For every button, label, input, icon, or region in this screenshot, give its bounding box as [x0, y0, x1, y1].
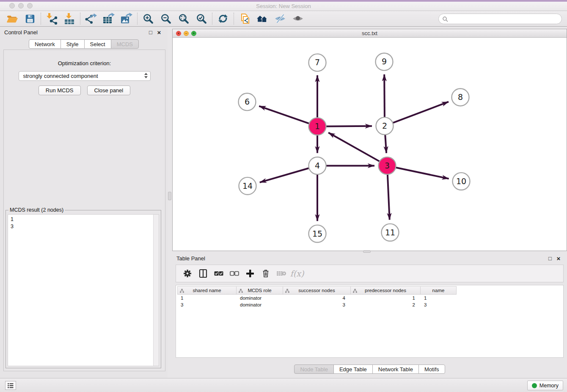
graph-edge-3-1[interactable]	[328, 133, 380, 161]
close-table-panel-icon[interactable]: ×	[554, 255, 563, 262]
delete-table-button[interactable]	[275, 267, 288, 280]
cell-successor-nodes[interactable]: 4	[283, 295, 351, 301]
mcds-result-textarea[interactable]: 1 3	[8, 214, 159, 366]
cell-shared-name[interactable]: 3	[177, 302, 237, 307]
export-table-button[interactable]	[100, 12, 118, 25]
tab-network[interactable]: Network	[29, 39, 61, 49]
graph-edge-1-6[interactable]	[259, 106, 309, 124]
vertical-splitter-handle[interactable]	[168, 192, 171, 200]
show-all-button[interactable]	[289, 12, 307, 25]
search-input[interactable]	[450, 16, 561, 22]
cell-shared-name[interactable]: 1	[177, 295, 237, 301]
graph-node-7[interactable]: 7	[309, 54, 326, 71]
float-table-panel-icon[interactable]: □	[546, 255, 554, 262]
add-column-button[interactable]	[244, 267, 256, 280]
graph-node-3[interactable]: 3	[379, 157, 396, 174]
cell-predecessor-nodes[interactable]: 1	[351, 295, 421, 301]
graph-edge-2-8[interactable]	[393, 102, 449, 123]
toggle-columns-button[interactable]	[197, 267, 209, 280]
deselect-all-rows-button[interactable]	[228, 267, 241, 280]
delete-column-button[interactable]	[259, 267, 272, 280]
network-window-titlebar[interactable]: × − + scc.txt	[173, 29, 567, 38]
first-neighbors-button[interactable]	[253, 12, 271, 25]
close-window-button[interactable]	[9, 3, 15, 8]
zoom-window-button[interactable]	[27, 3, 33, 8]
graph-node-1[interactable]: 1	[309, 118, 326, 135]
memory-button[interactable]: Memory	[527, 381, 563, 390]
import-table-button[interactable]	[61, 12, 78, 25]
tab-node-table[interactable]: Node Table	[294, 364, 334, 374]
tab-edge-table[interactable]: Edge Table	[333, 364, 373, 374]
graph-edge-4-14[interactable]	[260, 168, 309, 182]
cell-mcds-role[interactable]: dominator	[237, 295, 283, 301]
apply-function-button[interactable]: f(x)	[291, 267, 303, 280]
network-maximize-button[interactable]: +	[191, 31, 196, 36]
save-session-button[interactable]	[21, 12, 39, 25]
graph-edge-2-9[interactable]	[384, 75, 385, 117]
mcds-result-scrollbar[interactable]	[153, 215, 159, 366]
status-bar: Memory	[0, 378, 567, 392]
sort-column-icon	[353, 289, 357, 293]
column-header-mcds-role[interactable]: MCDS role	[237, 286, 283, 295]
graph-edge-3-10[interactable]	[396, 168, 449, 179]
network-minimize-button[interactable]: −	[184, 31, 189, 36]
cell-successor-nodes[interactable]: 3	[283, 302, 351, 307]
cell-name[interactable]: 1	[421, 295, 457, 301]
graph-edge-2-3[interactable]	[385, 135, 386, 153]
zoom-selected-button[interactable]	[193, 12, 210, 25]
app-title: Session: New Session	[256, 3, 311, 9]
new-network-from-selection-button[interactable]	[236, 12, 253, 25]
hide-selected-button[interactable]	[271, 12, 289, 25]
float-panel-icon[interactable]: □	[146, 29, 155, 36]
zoom-out-button[interactable]	[157, 12, 175, 25]
table-row[interactable]: 3dominator323	[177, 301, 563, 308]
graph-edge-3-11[interactable]	[388, 174, 390, 220]
tab-style[interactable]: Style	[61, 39, 85, 49]
task-history-button[interactable]	[5, 381, 16, 390]
open-session-button[interactable]	[3, 12, 21, 25]
graph-node-2[interactable]: 2	[376, 117, 394, 135]
column-header-successor-nodes[interactable]: successor nodes	[283, 286, 351, 295]
minimize-window-button[interactable]	[18, 3, 24, 8]
function-fx-icon: f(x)	[290, 269, 304, 278]
graph-node-4[interactable]: 4	[309, 157, 326, 174]
close-panel-icon[interactable]: ×	[155, 29, 163, 36]
optimization-criterion-select[interactable]: strongly connected component	[19, 71, 151, 81]
graph-node-8[interactable]: 8	[452, 88, 469, 106]
table-settings-button[interactable]	[181, 267, 194, 280]
graph-node-15[interactable]: 15	[309, 225, 326, 243]
cell-mcds-role[interactable]: dominator	[237, 302, 283, 307]
close-panel-button[interactable]: Close panel	[87, 86, 131, 95]
tab-motifs[interactable]: Motifs	[418, 364, 445, 374]
column-header-name[interactable]: name	[421, 286, 457, 295]
export-network-button[interactable]	[82, 12, 100, 25]
refresh-view-button[interactable]	[214, 12, 232, 25]
column-header-shared-name[interactable]: shared name	[177, 286, 237, 295]
tab-select[interactable]: Select	[84, 39, 111, 49]
search-box[interactable]	[438, 14, 562, 24]
graph-node-11[interactable]: 11	[382, 224, 399, 241]
select-all-rows-button[interactable]	[212, 267, 225, 280]
cell-predecessor-nodes[interactable]: 2	[351, 302, 421, 307]
import-network-button[interactable]	[43, 12, 61, 25]
graph-node-10[interactable]: 10	[453, 173, 470, 190]
graph-node-14[interactable]: 14	[239, 177, 256, 195]
network-close-button[interactable]: ×	[176, 31, 181, 36]
tab-network-table[interactable]: Network Table	[372, 364, 419, 374]
graph-node-label: 4	[315, 161, 320, 170]
table-row[interactable]: 1dominator411	[177, 295, 563, 301]
export-image-button[interactable]	[118, 12, 135, 25]
network-graph[interactable]: 7968124314101511	[173, 38, 567, 251]
column-header-predecessor-nodes[interactable]: predecessor nodes	[351, 286, 421, 295]
node-table[interactable]: shared name MCDS role successor nodes pr…	[176, 285, 564, 358]
network-canvas[interactable]: 7968124314101511	[173, 38, 567, 251]
zoom-in-button[interactable]	[139, 12, 157, 25]
run-mcds-button[interactable]: Run MCDS	[39, 86, 81, 95]
graph-edge-1-2[interactable]	[326, 126, 372, 127]
tab-mcds[interactable]: MCDS	[111, 39, 139, 49]
graph-node-9[interactable]: 9	[376, 53, 393, 70]
graph-node-6[interactable]: 6	[239, 93, 256, 110]
cell-name[interactable]: 3	[421, 302, 457, 307]
zoom-fit-button[interactable]	[175, 12, 193, 25]
table-toolbar: f(x)	[176, 265, 564, 282]
